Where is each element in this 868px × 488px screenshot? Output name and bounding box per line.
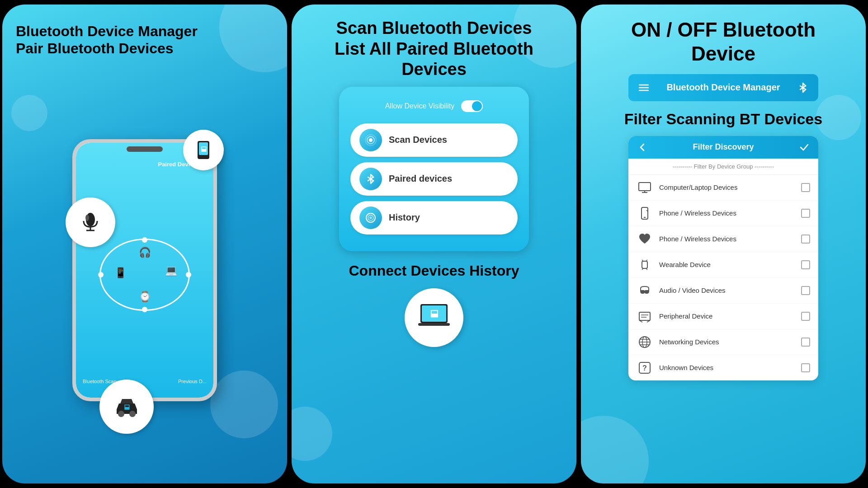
filter-item-phone2[interactable]: Phone / Wireless Devices <box>628 226 818 252</box>
app-bar: Bluetooth Device Manager <box>628 74 818 101</box>
panel-2-title: Scan Bluetooth Devices List All Paired B… <box>335 18 533 80</box>
filter-item-networking[interactable]: Networking Devices <box>628 329 818 355</box>
laptop-bt-container: ⬓ <box>405 288 463 347</box>
audio-checkbox[interactable] <box>801 286 810 295</box>
svg-line-29 <box>642 260 643 261</box>
filter-item-computer[interactable]: Computer/Laptop Devices <box>628 175 818 201</box>
svg-point-10 <box>369 138 373 142</box>
svg-text:⬓: ⬓ <box>430 308 439 318</box>
phone1-label: Phone / Wireless Devices <box>659 209 795 217</box>
filter-item-phone1[interactable]: Phone / Wireless Devices <box>628 201 818 226</box>
svg-rect-28 <box>642 261 647 268</box>
phone2-label: Phone / Wireless Devices <box>659 235 795 243</box>
audio-label: Audio / Video Devices <box>659 286 795 294</box>
peripheral-checkbox[interactable] <box>801 312 810 321</box>
history-label: History <box>389 212 420 223</box>
visibility-label: Allow Device Visibility <box>385 102 455 110</box>
filter-header-title: Filter Discovery <box>693 142 754 152</box>
bluetooth-appbar-icon[interactable] <box>797 81 809 94</box>
computer-checkbox[interactable] <box>801 183 810 192</box>
paired-devices-button[interactable]: Paired devices <box>350 162 518 196</box>
scan-app-card: Allow Device Visibility Scan Devices <box>339 87 529 251</box>
svg-line-30 <box>646 260 647 261</box>
phone1-checkbox[interactable] <box>801 209 810 218</box>
networking-label: Networking Devices <box>659 338 795 346</box>
car-bt-circle: ⬓ <box>99 380 154 434</box>
wearable-icon <box>637 257 653 273</box>
history-icon <box>364 211 377 224</box>
svg-text:?: ? <box>642 364 647 372</box>
panel-1: Bluetooth Device Manager Pair Bluetooth … <box>2 5 287 483</box>
filter-item-peripheral[interactable]: Peripheral Device <box>628 304 818 329</box>
wearable-checkbox[interactable] <box>801 260 810 269</box>
car-bluetooth-icon: ⬓ <box>112 392 142 422</box>
device-icon-2: 🎧 <box>139 247 151 258</box>
toggle-knob <box>472 101 482 111</box>
audio-icon <box>637 282 653 299</box>
filter-items-list: Computer/Laptop Devices Phone / Wireless… <box>628 175 818 380</box>
phone-screen: Paired Devices 📱 🎧 💻 ⌚ Bluetooth Scan Pr… <box>76 143 213 398</box>
scan-icon <box>364 134 377 146</box>
scan-icon-circle <box>359 129 382 151</box>
svg-rect-23 <box>639 183 651 191</box>
panel-3-title: ON / OFF Bluetooth Device <box>631 18 816 66</box>
svg-line-31 <box>642 268 643 270</box>
networking-checkbox[interactable] <box>801 338 810 347</box>
svg-point-14 <box>369 216 372 219</box>
device-icon-3: 💻 <box>165 265 177 277</box>
visibility-toggle[interactable] <box>461 100 483 112</box>
bluetooth-phone-icon: ⬓ <box>192 139 215 161</box>
svg-rect-33 <box>639 312 650 320</box>
phone-notch <box>127 146 163 152</box>
svg-rect-18 <box>418 323 450 326</box>
filter-item-audio[interactable]: Audio / Video Devices <box>628 278 818 304</box>
filter-item-unknown[interactable]: ? Unknown Devices <box>628 355 818 380</box>
svg-text:⬓: ⬓ <box>201 145 207 152</box>
scan-devices-label: Scan Devices <box>389 135 447 145</box>
svg-point-8 <box>129 411 136 417</box>
oval-devices-container: 📱 🎧 💻 ⌚ <box>99 239 190 311</box>
back-arrow-icon[interactable] <box>637 142 647 152</box>
panel-3: ON / OFF Bluetooth Device Bluetooth Devi… <box>581 5 866 483</box>
unknown-checkbox[interactable] <box>801 363 810 372</box>
mic-circle <box>66 197 115 247</box>
svg-point-7 <box>118 411 124 417</box>
paired-icon-circle <box>359 168 382 190</box>
visibility-row: Allow Device Visibility <box>350 100 518 112</box>
checkmark-icon[interactable] <box>799 142 809 152</box>
filter-header: Filter Discovery <box>628 136 818 159</box>
history-button[interactable]: History <box>350 201 518 235</box>
heart-icon <box>637 231 653 247</box>
svg-point-3 <box>85 215 89 221</box>
app-bar-title: Bluetooth Device Manager <box>666 82 780 93</box>
wearable-label: Wearable Device <box>659 261 795 268</box>
bluetooth-scan-label: Bluetooth Scan <box>83 379 117 384</box>
svg-text:⬓: ⬓ <box>123 403 129 410</box>
device-icon-4: ⌚ <box>139 291 151 303</box>
prev-devices-label: Previous D... <box>178 379 207 384</box>
phone1-icon <box>637 205 653 221</box>
filter-card: Filter Discovery ---------- Filter By De… <box>628 136 818 380</box>
filter-item-wearable[interactable]: Wearable Device <box>628 252 818 278</box>
scan-devices-button[interactable]: Scan Devices <box>350 123 518 157</box>
paired-devices-label: Paired devices <box>389 174 452 184</box>
panel-3-subtitle: Filter Scanning BT Devices <box>624 110 822 128</box>
unknown-label: Unknown Devices <box>659 364 795 371</box>
filter-group-label: ---------- Filter By Device Group ------… <box>628 159 818 175</box>
history-icon-circle <box>359 206 382 229</box>
networking-icon <box>637 334 653 350</box>
bt-phone-circle: ⬓ <box>183 130 224 170</box>
laptop-bt-icon: ⬓ <box>416 300 452 336</box>
svg-line-32 <box>646 268 647 270</box>
panel-1-title: Bluetooth Device Manager Pair Bluetooth … <box>16 23 198 57</box>
peripheral-icon <box>637 308 653 324</box>
unknown-icon: ? <box>637 360 653 376</box>
panel-2: Scan Bluetooth Devices List All Paired B… <box>292 5 576 483</box>
peripheral-label: Peripheral Device <box>659 312 795 320</box>
bluetooth-icon <box>364 173 377 185</box>
hamburger-icon[interactable] <box>637 81 650 94</box>
device-icon-1: 📱 <box>114 267 127 279</box>
phone-mockup: Paired Devices 📱 🎧 💻 ⌚ Bluetooth Scan Pr… <box>72 139 217 401</box>
phone2-checkbox[interactable] <box>801 235 810 244</box>
computer-label: Computer/Laptop Devices <box>659 183 795 191</box>
